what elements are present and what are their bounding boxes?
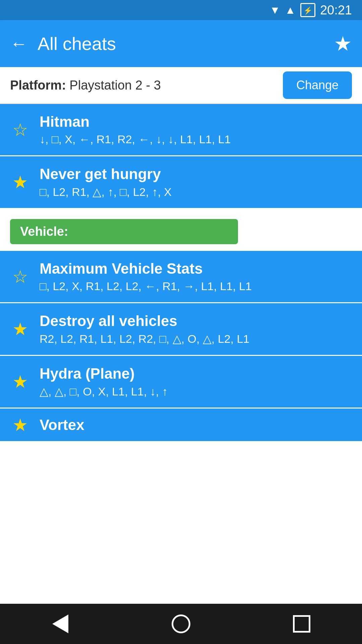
cheat-name-hydra-plane: Hydra (Plane) [40, 365, 168, 382]
back-button[interactable]: ← [10, 34, 27, 54]
star-icon-hitman[interactable]: ☆ [10, 120, 30, 140]
cheat-code-destroy-all-vehicles: R2, L2, R1, L1, L2, R2, □, △, O, △, L2, … [40, 332, 249, 345]
cheat-name-never-get-hungry: Never get hungry [40, 166, 172, 182]
cheat-content-hitman: Hitman ↓, □, X, ←, R1, R2, ←, ↓, ↓, L1, … [40, 113, 231, 146]
category-vehicle-header: Vehicle: [0, 209, 362, 251]
nav-bar [0, 604, 362, 644]
platform-value: Playstation 2 - 3 [69, 78, 161, 92]
app-bar: ← All cheats ★ [0, 20, 362, 67]
cheat-name-maximum-vehicle-stats: Maximum Vehicle Stats [40, 260, 252, 277]
nav-recents-button[interactable] [288, 610, 315, 637]
cheat-content-never-get-hungry: Never get hungry □, L2, R1, △, ↑, □, L2,… [40, 166, 172, 199]
star-icon-maximum-vehicle-stats[interactable]: ☆ [10, 267, 30, 287]
cheat-item-never-get-hungry[interactable]: ★ Never get hungry □, L2, R1, △, ↑, □, L… [0, 156, 362, 209]
page-title: All cheats [38, 33, 116, 54]
favorite-button[interactable]: ★ [334, 32, 352, 55]
cheat-code-hitman: ↓, □, X, ←, R1, R2, ←, ↓, ↓, L1, L1, L1 [40, 133, 231, 146]
status-time: 20:21 [320, 3, 352, 17]
status-icons: ▼ ▲ ⚡ 20:21 [270, 3, 352, 17]
star-icon-vortex[interactable]: ★ [10, 415, 30, 435]
cheat-name-vortex: Vortex [40, 417, 84, 433]
nav-home-icon [172, 614, 190, 633]
cheat-item-maximum-vehicle-stats[interactable]: ☆ Maximum Vehicle Stats □, L2, X, R1, L2… [0, 251, 362, 303]
signal-icon: ▲ [285, 4, 296, 16]
cheat-item-hitman[interactable]: ☆ Hitman ↓, □, X, ←, R1, R2, ←, ↓, ↓, L1… [0, 104, 362, 156]
cheat-content-maximum-vehicle-stats: Maximum Vehicle Stats □, L2, X, R1, L2, … [40, 260, 252, 293]
cheat-list: ☆ Hitman ↓, □, X, ←, R1, R2, ←, ↓, ↓, L1… [0, 104, 362, 604]
cheat-name-hitman: Hitman [40, 113, 231, 130]
app-bar-left: ← All cheats [10, 33, 116, 54]
nav-recents-icon [293, 615, 310, 633]
cheat-code-never-get-hungry: □, L2, R1, △, ↑, □, L2, ↑, X [40, 185, 172, 199]
cheat-content-hydra-plane: Hydra (Plane) △, △, □, O, X, L1, L1, ↓, … [40, 365, 168, 398]
platform-info: Platform: Playstation 2 - 3 [10, 78, 161, 93]
category-vehicle-label: Vehicle: [10, 219, 238, 244]
nav-back-button[interactable] [47, 610, 74, 637]
cheat-content-vortex: Vortex [40, 417, 84, 433]
cheat-content-destroy-all-vehicles: Destroy all vehicles R2, L2, R1, L1, L2,… [40, 313, 249, 345]
cheat-name-destroy-all-vehicles: Destroy all vehicles [40, 313, 249, 329]
cheat-item-vortex[interactable]: ★ Vortex [0, 409, 362, 442]
status-bar: ▼ ▲ ⚡ 20:21 [0, 0, 362, 20]
cheat-code-maximum-vehicle-stats: □, L2, X, R1, L2, L2, ←, R1, →, L1, L1, … [40, 280, 252, 293]
cheat-code-hydra-plane: △, △, □, O, X, L1, L1, ↓, ↑ [40, 385, 168, 398]
star-icon-never-get-hungry[interactable]: ★ [10, 172, 30, 192]
battery-icon: ⚡ [300, 3, 315, 17]
nav-home-button[interactable] [168, 610, 194, 637]
star-icon-destroy-all-vehicles[interactable]: ★ [10, 319, 30, 339]
change-platform-button[interactable]: Change [283, 71, 352, 99]
platform-bar: Platform: Playstation 2 - 3 Change [0, 67, 362, 104]
cheat-item-destroy-all-vehicles[interactable]: ★ Destroy all vehicles R2, L2, R1, L1, L… [0, 303, 362, 356]
nav-back-icon [52, 614, 68, 633]
platform-label: Platform: [10, 78, 66, 92]
wifi-icon: ▼ [270, 4, 281, 16]
star-icon-hydra-plane[interactable]: ★ [10, 372, 30, 392]
cheat-item-hydra-plane[interactable]: ★ Hydra (Plane) △, △, □, O, X, L1, L1, ↓… [0, 356, 362, 409]
